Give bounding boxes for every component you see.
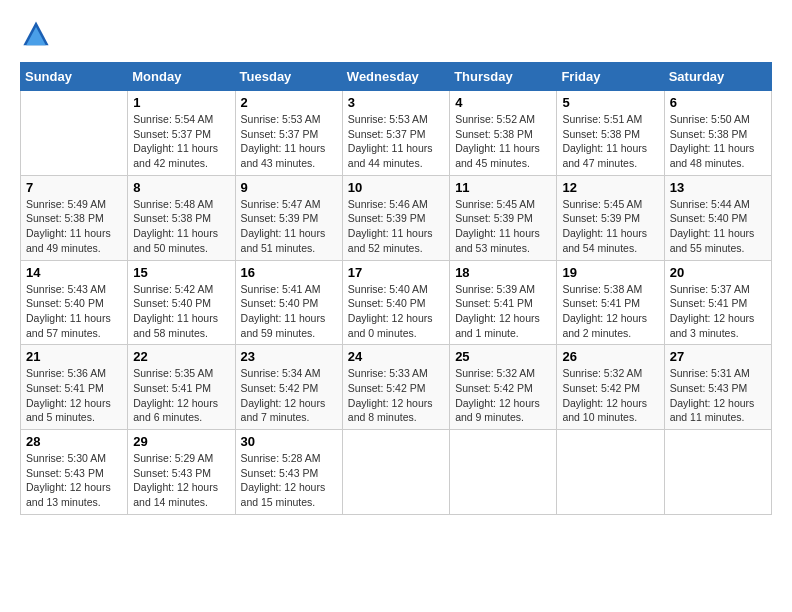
day-info: Sunrise: 5:43 AMSunset: 5:40 PMDaylight:… [26,282,122,341]
day-info: Sunrise: 5:40 AMSunset: 5:40 PMDaylight:… [348,282,444,341]
calendar-cell [21,91,128,176]
day-number: 18 [455,265,551,280]
calendar-cell: 10Sunrise: 5:46 AMSunset: 5:39 PMDayligh… [342,175,449,260]
day-number: 17 [348,265,444,280]
calendar-cell: 24Sunrise: 5:33 AMSunset: 5:42 PMDayligh… [342,345,449,430]
day-info: Sunrise: 5:45 AMSunset: 5:39 PMDaylight:… [455,197,551,256]
day-number: 24 [348,349,444,364]
calendar-cell: 29Sunrise: 5:29 AMSunset: 5:43 PMDayligh… [128,430,235,515]
day-number: 22 [133,349,229,364]
day-number: 9 [241,180,337,195]
calendar-cell: 18Sunrise: 5:39 AMSunset: 5:41 PMDayligh… [450,260,557,345]
day-info: Sunrise: 5:51 AMSunset: 5:38 PMDaylight:… [562,112,658,171]
calendar-cell: 27Sunrise: 5:31 AMSunset: 5:43 PMDayligh… [664,345,771,430]
day-number: 13 [670,180,766,195]
calendar-cell: 5Sunrise: 5:51 AMSunset: 5:38 PMDaylight… [557,91,664,176]
day-number: 1 [133,95,229,110]
calendar-cell: 11Sunrise: 5:45 AMSunset: 5:39 PMDayligh… [450,175,557,260]
calendar-cell [450,430,557,515]
day-number: 7 [26,180,122,195]
day-info: Sunrise: 5:45 AMSunset: 5:39 PMDaylight:… [562,197,658,256]
weekday-header-monday: Monday [128,63,235,91]
calendar-cell: 1Sunrise: 5:54 AMSunset: 5:37 PMDaylight… [128,91,235,176]
logo [20,20,50,52]
day-info: Sunrise: 5:37 AMSunset: 5:41 PMDaylight:… [670,282,766,341]
calendar-cell: 9Sunrise: 5:47 AMSunset: 5:39 PMDaylight… [235,175,342,260]
weekday-header-sunday: Sunday [21,63,128,91]
day-info: Sunrise: 5:41 AMSunset: 5:40 PMDaylight:… [241,282,337,341]
calendar-cell: 30Sunrise: 5:28 AMSunset: 5:43 PMDayligh… [235,430,342,515]
calendar-cell: 16Sunrise: 5:41 AMSunset: 5:40 PMDayligh… [235,260,342,345]
day-info: Sunrise: 5:53 AMSunset: 5:37 PMDaylight:… [241,112,337,171]
day-number: 23 [241,349,337,364]
day-number: 29 [133,434,229,449]
calendar-cell: 6Sunrise: 5:50 AMSunset: 5:38 PMDaylight… [664,91,771,176]
calendar-cell: 13Sunrise: 5:44 AMSunset: 5:40 PMDayligh… [664,175,771,260]
day-info: Sunrise: 5:39 AMSunset: 5:41 PMDaylight:… [455,282,551,341]
calendar-cell: 2Sunrise: 5:53 AMSunset: 5:37 PMDaylight… [235,91,342,176]
day-info: Sunrise: 5:49 AMSunset: 5:38 PMDaylight:… [26,197,122,256]
day-info: Sunrise: 5:53 AMSunset: 5:37 PMDaylight:… [348,112,444,171]
calendar-cell: 19Sunrise: 5:38 AMSunset: 5:41 PMDayligh… [557,260,664,345]
day-info: Sunrise: 5:52 AMSunset: 5:38 PMDaylight:… [455,112,551,171]
day-number: 14 [26,265,122,280]
day-number: 26 [562,349,658,364]
day-info: Sunrise: 5:50 AMSunset: 5:38 PMDaylight:… [670,112,766,171]
day-number: 20 [670,265,766,280]
day-number: 4 [455,95,551,110]
day-number: 2 [241,95,337,110]
day-info: Sunrise: 5:32 AMSunset: 5:42 PMDaylight:… [562,366,658,425]
calendar-cell: 4Sunrise: 5:52 AMSunset: 5:38 PMDaylight… [450,91,557,176]
calendar-cell: 17Sunrise: 5:40 AMSunset: 5:40 PMDayligh… [342,260,449,345]
weekday-header-friday: Friday [557,63,664,91]
day-info: Sunrise: 5:34 AMSunset: 5:42 PMDaylight:… [241,366,337,425]
calendar-cell [342,430,449,515]
day-info: Sunrise: 5:46 AMSunset: 5:39 PMDaylight:… [348,197,444,256]
day-info: Sunrise: 5:35 AMSunset: 5:41 PMDaylight:… [133,366,229,425]
day-info: Sunrise: 5:33 AMSunset: 5:42 PMDaylight:… [348,366,444,425]
calendar-table: SundayMondayTuesdayWednesdayThursdayFrid… [20,62,772,515]
day-number: 6 [670,95,766,110]
day-number: 27 [670,349,766,364]
day-number: 16 [241,265,337,280]
day-number: 10 [348,180,444,195]
day-number: 19 [562,265,658,280]
day-number: 5 [562,95,658,110]
calendar-cell: 23Sunrise: 5:34 AMSunset: 5:42 PMDayligh… [235,345,342,430]
calendar-cell: 12Sunrise: 5:45 AMSunset: 5:39 PMDayligh… [557,175,664,260]
day-info: Sunrise: 5:44 AMSunset: 5:40 PMDaylight:… [670,197,766,256]
day-info: Sunrise: 5:29 AMSunset: 5:43 PMDaylight:… [133,451,229,510]
day-info: Sunrise: 5:47 AMSunset: 5:39 PMDaylight:… [241,197,337,256]
page-header [20,20,772,52]
day-info: Sunrise: 5:28 AMSunset: 5:43 PMDaylight:… [241,451,337,510]
calendar-cell: 22Sunrise: 5:35 AMSunset: 5:41 PMDayligh… [128,345,235,430]
calendar-cell: 7Sunrise: 5:49 AMSunset: 5:38 PMDaylight… [21,175,128,260]
day-info: Sunrise: 5:38 AMSunset: 5:41 PMDaylight:… [562,282,658,341]
calendar-cell: 3Sunrise: 5:53 AMSunset: 5:37 PMDaylight… [342,91,449,176]
day-info: Sunrise: 5:31 AMSunset: 5:43 PMDaylight:… [670,366,766,425]
day-info: Sunrise: 5:36 AMSunset: 5:41 PMDaylight:… [26,366,122,425]
day-info: Sunrise: 5:48 AMSunset: 5:38 PMDaylight:… [133,197,229,256]
weekday-header-thursday: Thursday [450,63,557,91]
calendar-cell [664,430,771,515]
day-number: 3 [348,95,444,110]
day-info: Sunrise: 5:42 AMSunset: 5:40 PMDaylight:… [133,282,229,341]
weekday-header-tuesday: Tuesday [235,63,342,91]
day-number: 21 [26,349,122,364]
calendar-cell: 14Sunrise: 5:43 AMSunset: 5:40 PMDayligh… [21,260,128,345]
weekday-header-saturday: Saturday [664,63,771,91]
calendar-cell: 8Sunrise: 5:48 AMSunset: 5:38 PMDaylight… [128,175,235,260]
calendar-cell: 25Sunrise: 5:32 AMSunset: 5:42 PMDayligh… [450,345,557,430]
calendar-cell: 28Sunrise: 5:30 AMSunset: 5:43 PMDayligh… [21,430,128,515]
day-number: 11 [455,180,551,195]
day-number: 30 [241,434,337,449]
calendar-cell: 15Sunrise: 5:42 AMSunset: 5:40 PMDayligh… [128,260,235,345]
day-info: Sunrise: 5:32 AMSunset: 5:42 PMDaylight:… [455,366,551,425]
day-info: Sunrise: 5:54 AMSunset: 5:37 PMDaylight:… [133,112,229,171]
day-number: 12 [562,180,658,195]
day-number: 15 [133,265,229,280]
day-info: Sunrise: 5:30 AMSunset: 5:43 PMDaylight:… [26,451,122,510]
calendar-cell: 20Sunrise: 5:37 AMSunset: 5:41 PMDayligh… [664,260,771,345]
day-number: 8 [133,180,229,195]
calendar-cell: 26Sunrise: 5:32 AMSunset: 5:42 PMDayligh… [557,345,664,430]
